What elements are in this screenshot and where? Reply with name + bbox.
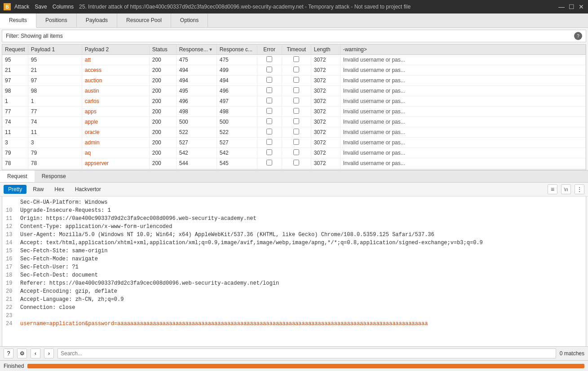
error-checkbox[interactable]: [266, 77, 272, 83]
code-line: 20Accept-Encoding: gzip, deflate: [6, 287, 582, 295]
error-checkbox[interactable]: [266, 139, 272, 145]
error-checkbox[interactable]: [266, 118, 272, 124]
col-header-request[interactable]: Request: [2, 45, 28, 55]
cell-req: 3: [2, 138, 28, 148]
tab-results[interactable]: Results: [0, 13, 36, 28]
line-number: 19: [6, 279, 17, 287]
word-wrap-button[interactable]: ≡: [548, 184, 557, 194]
main-content: Results Positions Payloads Resource Pool…: [0, 13, 588, 371]
error-checkbox[interactable]: [266, 160, 272, 165]
cell-timeout: [282, 127, 311, 138]
help-button[interactable]: ?: [574, 32, 582, 40]
col-header-warning[interactable]: -warning>: [340, 45, 585, 55]
col-header-payload2[interactable]: Payload 2: [82, 45, 149, 55]
menu-columns[interactable]: Columns: [53, 4, 74, 10]
sub-tabs-right: ≡ \n ⋮: [548, 184, 584, 194]
error-checkbox[interactable]: [266, 67, 272, 72]
col-header-payload1[interactable]: Payload 1: [28, 45, 82, 55]
table-row[interactable]: 98 98 austin 200 495 496 3072 Invalid us…: [2, 86, 586, 96]
back-button[interactable]: ‹: [31, 349, 40, 358]
menu-attack[interactable]: Attack: [14, 4, 29, 10]
cell-length: 3072: [311, 138, 340, 148]
close-button[interactable]: ✕: [578, 4, 584, 10]
timeout-checkbox[interactable]: [293, 118, 299, 124]
error-checkbox[interactable]: [266, 129, 272, 134]
table-row[interactable]: 78 78 appserver 200 544 545 3072 Invalid…: [2, 158, 586, 169]
timeout-checkbox[interactable]: [293, 129, 299, 134]
help-nav-button[interactable]: ?: [4, 349, 13, 358]
error-checkbox[interactable]: [266, 98, 272, 103]
subtab-raw[interactable]: Raw: [28, 185, 48, 194]
forward-button[interactable]: ›: [44, 349, 54, 358]
timeout-checkbox[interactable]: [293, 67, 299, 72]
error-checkbox[interactable]: [266, 87, 272, 93]
code-line: 16Sec-Fetch-Mode: navigate: [6, 255, 582, 263]
subtab-hackvertor[interactable]: Hackvertor: [71, 185, 106, 194]
menu-items: Attack Save Columns: [14, 4, 74, 10]
maximize-button[interactable]: ☐: [568, 4, 575, 10]
timeout-checkbox[interactable]: [293, 139, 299, 145]
tab-response[interactable]: Response: [35, 170, 73, 182]
search-input[interactable]: [57, 349, 556, 358]
tab-payloads[interactable]: Payloads: [77, 13, 117, 27]
timeout-checkbox[interactable]: [293, 56, 299, 62]
tab-positions[interactable]: Positions: [36, 13, 77, 27]
col-header-status[interactable]: Status: [149, 45, 176, 55]
timeout-checkbox[interactable]: [293, 108, 299, 114]
timeout-checkbox[interactable]: [293, 149, 299, 155]
tab-request[interactable]: Request: [0, 170, 35, 182]
tab-resource-pool[interactable]: Resource Pool: [117, 13, 171, 27]
cell-respc: 494: [217, 76, 257, 86]
table-row[interactable]: 95 95 att 200 475 475 3072 Invalid usern…: [2, 55, 586, 65]
col-header-error[interactable]: Error: [257, 45, 282, 55]
settings-button[interactable]: ⚙: [17, 349, 27, 358]
table-row[interactable]: 74 74 apple 200 500 500 3072 Invalid use…: [2, 117, 586, 127]
timeout-checkbox[interactable]: [293, 87, 299, 93]
table-row[interactable]: 21 21 access 200 494 499 3072 Invalid us…: [2, 65, 586, 76]
menu-save[interactable]: Save: [35, 4, 47, 10]
timeout-checkbox[interactable]: [293, 98, 299, 103]
table-row[interactable]: 11 11 oracle 200 522 522 3072 Invalid us…: [2, 127, 586, 138]
cell-timeout: [282, 107, 311, 117]
line-text: Content-Type: application/x-www-form-url…: [20, 223, 172, 231]
timeout-checkbox[interactable]: [293, 77, 299, 83]
cell-status: 200: [149, 107, 176, 117]
table-row[interactable]: 97 97 auction 200 494 494 3072 Invalid u…: [2, 76, 586, 86]
error-checkbox[interactable]: [266, 108, 272, 114]
window-controls: — ☐ ✕: [558, 4, 584, 10]
col-header-responsec[interactable]: Response c...: [217, 45, 257, 55]
table-row[interactable]: 1 1 carlos 200 496 497 3072 Invalid user…: [2, 96, 586, 107]
subtab-hex[interactable]: Hex: [50, 185, 68, 194]
timeout-checkbox[interactable]: [293, 160, 299, 165]
error-checkbox[interactable]: [266, 56, 272, 62]
cell-status: 200: [149, 127, 176, 138]
window-title: 25. Intruder attack of https://0ae400c90…: [79, 4, 558, 10]
minimize-button[interactable]: —: [558, 4, 565, 10]
table-row[interactable]: 3 3 admin 200 527 527 3072 Invalid usern…: [2, 138, 586, 148]
cell-status: 200: [149, 86, 176, 96]
cell-p2: admin: [82, 138, 149, 148]
table-row[interactable]: 77 77 apps 200 498 498 3072 Invalid user…: [2, 107, 586, 117]
cell-p2: austin: [82, 86, 149, 96]
cell-error: [257, 117, 282, 127]
cell-timeout: [282, 148, 311, 158]
subtab-pretty[interactable]: Pretty: [4, 185, 27, 194]
line-number: 21: [6, 295, 17, 304]
cell-p2: apps: [82, 107, 149, 117]
cell-error: [257, 65, 282, 76]
cell-warn: Invalid username or pas...: [340, 55, 585, 65]
line-text: Sec-Fetch-Dest: document: [20, 271, 98, 279]
line-number: 14: [6, 239, 17, 247]
more-options-button[interactable]: ⋮: [575, 184, 584, 194]
line-number: 18: [6, 271, 17, 279]
newline-button[interactable]: \n: [561, 184, 571, 194]
col-header-length[interactable]: Length: [311, 45, 340, 55]
cell-resp: 475: [176, 55, 217, 65]
col-header-timeout[interactable]: Timeout: [282, 45, 311, 55]
table-row[interactable]: 79 79 aq 200 542 542 3072 Invalid userna…: [2, 148, 586, 158]
col-header-response[interactable]: Response...: [176, 45, 217, 55]
code-line: 22Connection: close: [6, 304, 582, 312]
results-table: Request Payload 1 Payload 2 Status Respo…: [2, 45, 586, 170]
tab-options[interactable]: Options: [171, 13, 208, 27]
error-checkbox[interactable]: [266, 149, 272, 155]
